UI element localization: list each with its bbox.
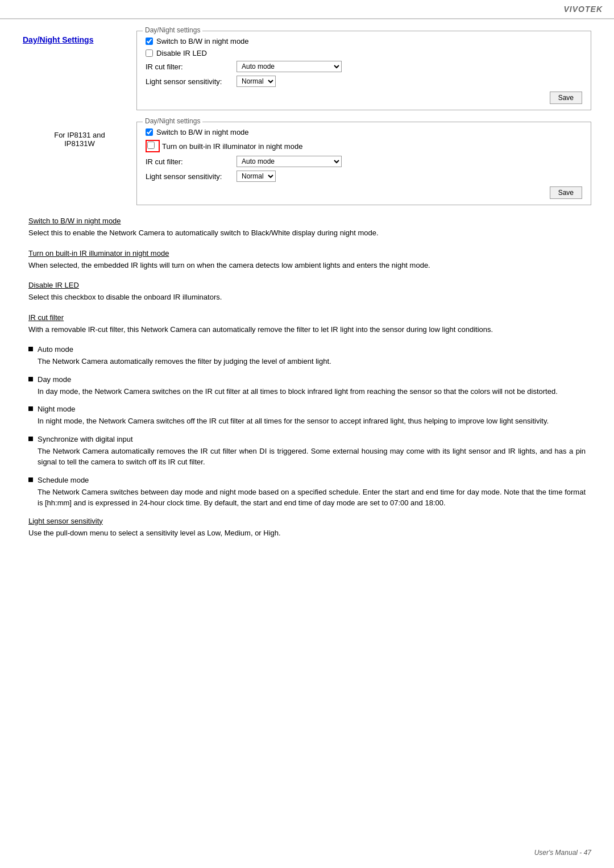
bullet-sync-title: Synchronize with digital input [28,435,586,443]
bullet-square-icon [28,437,33,441]
panel2-save-button[interactable]: Save [550,186,582,199]
panel1-row: Day/Night Settings Day/Night settings Sw… [23,31,591,110]
bullet-sync-label: Synchronize with digital input [38,435,133,443]
bullet-square-icon [28,477,33,482]
bullet-sync-di: Synchronize with digital input The Netwo… [28,435,586,468]
bullet-schedule-mode: Schedule mode The Network Camera switche… [28,476,586,509]
panel2-ir-cut-control: Auto mode Day mode Night mode Synchroniz… [237,156,342,167]
panel1-light-sensor-row: Light sensor sensitivity: Low Normal Hig… [146,76,582,87]
panel1-switch-bw-checkbox[interactable] [146,38,153,45]
panel1-ir-cut-select[interactable]: Auto mode Day mode Night mode Synchroniz… [237,61,342,72]
bullet-schedule-title: Schedule mode [28,476,586,484]
panel1-switch-bw-label: Switch to B/W in night mode [156,37,249,45]
bullet-auto-mode: Auto mode The Network Camera automatical… [28,345,586,367]
panel1-ir-cut-label: IR cut filter: [146,63,237,71]
desc-disable-ir-heading: Disable IR LED [28,281,586,289]
panel2-label: For IP8131 andIP8131W [23,122,136,205]
desc-light-sensor-heading: Light sensor sensitivity [28,517,586,525]
bullet-schedule-label: Schedule mode [38,476,89,484]
desc-light-sensor: Light sensor sensitivity Use the pull-do… [28,517,586,539]
day-night-link[interactable]: Day/Night Settings [23,35,93,44]
bullet-sync-text: The Network Camera automatically removes… [38,446,586,468]
bullet-day-title: Day mode [28,375,586,384]
panel2-light-sensor-control: Low Normal High [237,171,276,182]
panel1-light-sensor-select[interactable]: Low Normal High [237,76,276,87]
desc-ir-cut-heading: IR cut filter [28,313,586,322]
desc-switch-bw: Switch to B/W in night mode Select this … [28,217,586,239]
main-content: Day/Night Settings Day/Night settings Sw… [0,19,614,560]
panel2-ir-illuminator-label: Turn on built-in IR illuminator in night… [162,142,302,151]
panel1-title: Day/Night settings [143,26,202,34]
panel2-light-sensor-row: Light sensor sensitivity: Low Normal Hig… [146,171,582,182]
panel2-light-sensor-select[interactable]: Low Normal High [237,171,276,182]
bullet-schedule-text: The Network Camera switches between day … [38,487,586,509]
desc-light-sensor-text: Use the pull-down menu to select a sensi… [28,528,586,539]
panel2-light-sensor-label: Light sensor sensitivity: [146,172,237,181]
descriptions-section: Switch to B/W in night mode Select this … [23,217,591,538]
desc-switch-bw-text: Select this to enable the Network Camera… [28,227,586,239]
desc-ir-illuminator: Turn on built-in IR illuminator in night… [28,249,586,271]
panel2-box: Day/Night settings Switch to B/W in nigh… [136,122,591,205]
panel1-ir-cut-row: IR cut filter: Auto mode Day mode Night … [146,61,582,72]
bullet-square-icon [28,347,33,351]
desc-ir-illuminator-heading: Turn on built-in IR illuminator in night… [28,249,586,258]
panel2-save-row: Save [146,186,582,199]
panel1-light-sensor-control: Low Normal High [237,76,276,87]
panel2-checkbox2-row: Turn on built-in IR illuminator in night… [146,140,582,152]
panel2-switch-bw-label: Switch to B/W in night mode [156,128,249,136]
desc-ir-cut: IR cut filter With a removable IR-cut fi… [28,313,586,335]
panel2-row: For IP8131 andIP8131W Day/Night settings… [23,122,591,205]
bullet-day-mode: Day mode In day mode, the Network Camera… [28,375,586,397]
panel1-box: Day/Night settings Switch to B/W in nigh… [136,31,591,110]
panel2-for-label: For IP8131 andIP8131W [23,126,136,148]
bullet-night-text: In night mode, the Network Camera switch… [38,416,586,427]
bullet-auto-title: Auto mode [28,345,586,354]
brand-logo: VIVOTEK [564,5,603,14]
desc-disable-ir: Disable IR LED Select this checkbox to d… [28,281,586,303]
panel2-ir-illuminator-checkbox[interactable] [147,142,155,149]
bullet-night-mode: Night mode In night mode, the Network Ca… [28,405,586,427]
panel2-switch-bw-checkbox[interactable] [146,128,153,136]
bullet-day-label: Day mode [38,375,71,384]
panel2-ir-cut-row: IR cut filter: Auto mode Day mode Night … [146,156,582,167]
desc-ir-cut-text: With a removable IR-cut filter, this Net… [28,324,586,335]
bullet-square-icon [28,377,33,381]
panel1-disable-ir-label: Disable IR LED [156,49,207,57]
panel1-checkbox2-row: Disable IR LED [146,49,582,57]
panel1-ir-cut-control: Auto mode Day mode Night mode Synchroniz… [237,61,342,72]
panel2-ir-highlight [146,140,160,152]
bullet-day-text: In day mode, the Network Camera switches… [38,386,586,397]
bullet-auto-text: The Network Camera automatically removes… [38,356,586,367]
bullet-night-label: Night mode [38,405,75,413]
panel2-title: Day/Night settings [143,117,202,125]
panel2-for-text: For IP8131 andIP8131W [54,131,105,148]
panel2-ir-cut-select[interactable]: Auto mode Day mode Night mode Synchroniz… [237,156,342,167]
bullet-square-icon [28,406,33,411]
bullet-night-title: Night mode [28,405,586,413]
panel1-checkbox1-row: Switch to B/W in night mode [146,37,582,45]
panel1-save-button[interactable]: Save [550,92,582,104]
panel2-ir-cut-label: IR cut filter: [146,157,237,166]
panel2-checkbox1-row: Switch to B/W in night mode [146,128,582,136]
panel1-light-sensor-label: Light sensor sensitivity: [146,77,237,86]
desc-disable-ir-text: Select this checkbox to disable the onbo… [28,292,586,303]
footer-text: User's Manual - 47 [534,849,591,857]
panel1-save-row: Save [146,92,582,104]
top-bar: VIVOTEK [0,0,614,19]
panel1-label: Day/Night Settings [23,31,136,110]
desc-ir-illuminator-text: When selected, the embedded IR lights wi… [28,260,586,271]
desc-switch-bw-heading: Switch to B/W in night mode [28,217,586,225]
bullet-auto-label: Auto mode [38,345,73,354]
panel1-disable-ir-checkbox[interactable] [146,49,153,57]
